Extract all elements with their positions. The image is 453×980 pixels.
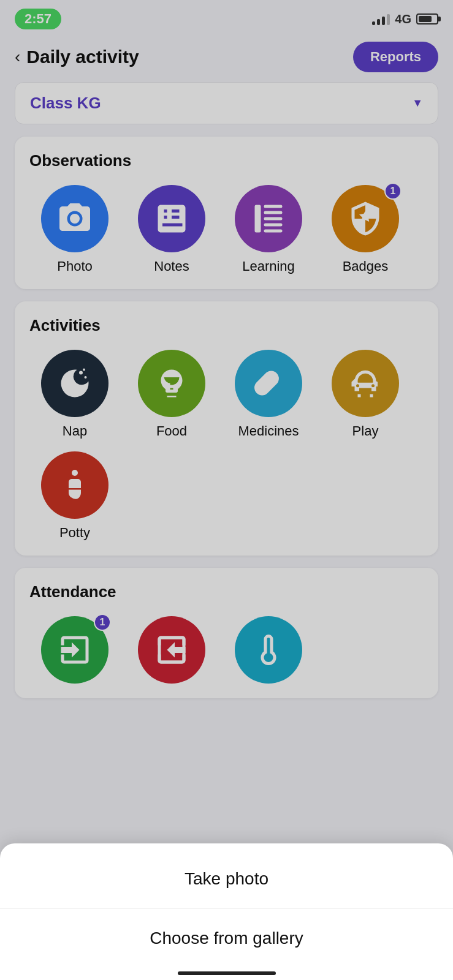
modal-overlay[interactable]	[0, 0, 453, 980]
bottom-sheet: Take photo Choose from gallery	[0, 843, 453, 980]
bottom-sheet-overlay: Take photo Choose from gallery	[0, 843, 453, 980]
home-indicator	[178, 971, 276, 975]
choose-gallery-option[interactable]: Choose from gallery	[0, 909, 453, 968]
take-photo-option[interactable]: Take photo	[0, 850, 453, 909]
